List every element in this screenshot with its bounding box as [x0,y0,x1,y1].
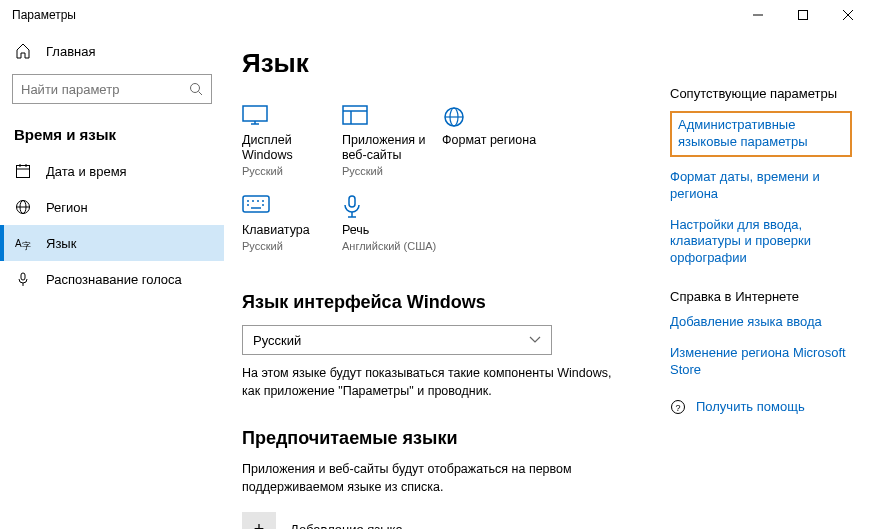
svg-rect-26 [243,196,269,212]
calendar-icon [14,162,32,180]
svg-rect-1 [798,11,807,20]
search-input[interactable] [21,82,189,97]
preferred-heading: Предпочитаемые языки [242,428,650,449]
chevron-down-icon [529,336,541,344]
monitor-icon [242,105,270,127]
globe-region-icon [442,105,470,127]
close-button[interactable] [825,0,870,30]
svg-text:字: 字 [22,241,31,251]
svg-rect-20 [343,106,367,124]
preferred-desc: Приложения и веб-сайты будут отображатьс… [242,461,622,496]
tile-title: Речь [342,223,442,238]
tile-title: Формат региона [442,133,542,148]
tile-title: Клавиатура [242,223,342,238]
tile-keyboard[interactable]: Клавиатура Русский [242,191,342,266]
help-icon: ? [670,399,686,415]
tile-display[interactable]: Дисплей Windows Русский [242,101,342,191]
tile-title: Приложения и веб-сайты [342,133,442,163]
svg-rect-34 [349,196,355,207]
typing-settings-link[interactable]: Настройки для ввода, клавиатуры и провер… [670,217,852,268]
minimize-button[interactable] [735,0,780,30]
display-lang-desc: На этом языке будут показываться такие к… [242,365,622,400]
home-icon [14,42,32,60]
home-link[interactable]: Главная [0,36,224,70]
get-help-label: Получить помощь [696,399,805,414]
svg-text:A: A [15,238,22,249]
tile-grid: Дисплей Windows Русский Приложения и веб… [242,101,650,266]
sidebar-section-title: Время и язык [0,120,224,153]
sidebar-item-language[interactable]: A字 Язык [0,225,224,261]
svg-point-28 [252,200,254,202]
help-add-input-link[interactable]: Добавление языка ввода [670,314,852,331]
keyboard-icon [242,195,270,217]
right-panel: Сопутствующие параметры Административные… [670,48,870,529]
mic-icon [342,195,370,217]
svg-point-27 [247,200,249,202]
svg-text:?: ? [676,402,681,412]
sidebar-item-speech[interactable]: Распознавание голоса [0,261,224,297]
sidebar: Главная Время и язык Дата и время Регион… [0,30,224,529]
display-lang-heading: Язык интерфейса Windows [242,292,650,313]
window-controls [735,0,870,30]
globe-icon [14,198,32,216]
search-icon [189,82,203,96]
maximize-button[interactable] [780,0,825,30]
sidebar-item-region[interactable]: Регион [0,189,224,225]
tile-apps[interactable]: Приложения и веб-сайты Русский [342,101,442,191]
window-title: Параметры [12,8,76,22]
svg-line-5 [199,92,203,96]
tile-sub: Английский (США) [342,240,442,252]
tile-region-format[interactable]: Формат региона [442,101,542,191]
apps-icon [342,105,370,127]
get-help-link[interactable]: ? Получить помощь [670,399,852,415]
dropdown-value: Русский [253,333,301,348]
sidebar-item-label: Распознавание голоса [46,272,182,287]
help-heading: Справка в Интернете [670,289,852,304]
svg-point-31 [247,204,249,206]
sidebar-item-label: Дата и время [46,164,127,179]
page-title: Язык [242,48,650,79]
svg-point-4 [191,84,200,93]
add-language-label: Добавление языка [290,522,403,530]
svg-point-32 [262,204,264,206]
svg-point-29 [257,200,259,202]
help-store-region-link[interactable]: Изменение региона Microsoft Store [670,345,852,379]
date-format-link[interactable]: Формат даты, времени и региона [670,169,852,203]
tile-speech[interactable]: Речь Английский (США) [342,191,442,266]
microphone-icon [14,270,32,288]
sidebar-item-label: Язык [46,236,76,251]
sidebar-item-label: Регион [46,200,88,215]
tile-title: Дисплей Windows [242,133,342,163]
sidebar-item-datetime[interactable]: Дата и время [0,153,224,189]
add-language-button[interactable]: + Добавление языка [242,512,650,529]
tile-sub: Русский [342,165,442,177]
related-heading: Сопутствующие параметры [670,86,852,101]
tile-sub: Русский [242,165,342,177]
tile-sub: Русский [242,240,342,252]
svg-rect-6 [17,166,30,178]
plus-icon: + [242,512,276,529]
search-box[interactable] [12,74,212,104]
svg-rect-15 [21,273,25,280]
admin-lang-link[interactable]: Административные языковые параметры [670,111,852,157]
home-label: Главная [46,44,95,59]
svg-rect-17 [243,106,267,121]
language-icon: A字 [14,234,32,252]
main-content: Язык Дисплей Windows Русский Приложения … [242,48,670,529]
svg-point-30 [262,200,264,202]
display-lang-dropdown[interactable]: Русский [242,325,552,355]
